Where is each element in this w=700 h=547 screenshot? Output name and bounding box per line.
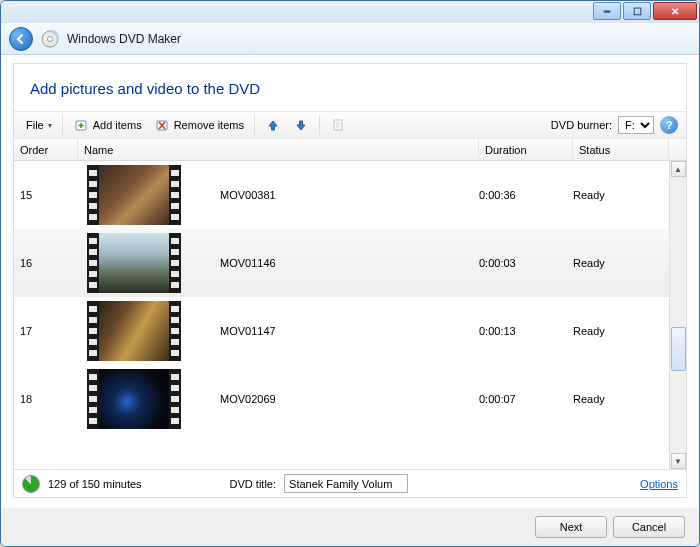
scrollbar-track[interactable]: [671, 177, 686, 453]
scroll-up-button[interactable]: ▲: [671, 161, 686, 177]
dvd-title-label: DVD title:: [230, 478, 276, 490]
arrow-down-icon: [293, 117, 309, 133]
arrow-left-icon: [15, 33, 27, 45]
col-order[interactable]: Order: [14, 139, 78, 160]
filmstrip-thumbnail: [87, 301, 181, 361]
help-icon: ?: [666, 119, 673, 131]
col-name[interactable]: Name: [78, 139, 479, 160]
page-title: Add pictures and video to the DVD: [30, 80, 670, 97]
arrow-up-icon: [265, 117, 281, 133]
list-row[interactable]: 16MOV011460:00:03Ready: [14, 229, 669, 297]
cell-order: 18: [14, 393, 78, 405]
list-row[interactable]: 15MOV003810:00:36Ready: [14, 161, 669, 229]
disc-usage-pie-icon: [22, 475, 40, 493]
scrollbar-thumb[interactable]: [671, 327, 686, 371]
add-items-button[interactable]: Add items: [69, 115, 146, 135]
maximize-button[interactable]: ☐: [623, 2, 651, 20]
button-bar: Next Cancel: [1, 508, 699, 546]
cell-order: 16: [14, 257, 78, 269]
dvd-icon: [41, 30, 59, 48]
dvd-title-input[interactable]: [284, 474, 408, 493]
cell-order: 15: [14, 189, 78, 201]
col-status[interactable]: Status: [573, 139, 669, 160]
status-bar: 129 of 150 minutes DVD title: Options: [14, 469, 686, 497]
item-list: 15MOV003810:00:36Ready16MOV011460:00:03R…: [14, 161, 686, 469]
move-up-button[interactable]: [261, 115, 285, 135]
cell-thumbnail: [78, 165, 190, 225]
page-icon: [330, 117, 346, 133]
burner-select[interactable]: F:: [618, 116, 654, 134]
separator: [62, 115, 63, 135]
separator: [319, 115, 320, 135]
cell-thumbnail: [78, 369, 190, 429]
list-row[interactable]: 18MOV020690:00:07Ready: [14, 365, 669, 433]
minutes-text: 129 of 150 minutes: [48, 478, 142, 490]
header-zone: Add pictures and video to the DVD: [14, 64, 686, 111]
scroll-down-button[interactable]: ▼: [671, 453, 686, 469]
cell-thumbnail: [78, 233, 190, 293]
cell-order: 17: [14, 325, 78, 337]
cancel-button[interactable]: Cancel: [613, 516, 685, 538]
nav-bar: Windows DVD Maker: [1, 23, 699, 55]
filmstrip-thumbnail: [87, 369, 181, 429]
cell-status: Ready: [573, 189, 669, 201]
vertical-scrollbar[interactable]: ▲ ▼: [669, 161, 686, 469]
add-label: Add items: [93, 119, 142, 131]
minimize-button[interactable]: ━: [593, 2, 621, 20]
column-headers: Order Name Duration Status: [14, 139, 686, 161]
window-frame: ━ ☐ ✕ Windows DVD Maker Add pictures and…: [0, 0, 700, 547]
remove-label: Remove items: [174, 119, 244, 131]
close-button[interactable]: ✕: [653, 2, 697, 20]
toolbar: File Add items Remove items DVD b: [14, 111, 686, 139]
cell-status: Ready: [573, 325, 669, 337]
filmstrip-thumbnail: [87, 165, 181, 225]
svg-point-1: [48, 36, 53, 41]
file-menu[interactable]: File: [22, 117, 56, 133]
add-icon: [73, 117, 89, 133]
cell-thumbnail: [78, 301, 190, 361]
options-link[interactable]: Options: [640, 478, 678, 490]
cell-duration: 0:00:03: [479, 257, 573, 269]
cell-status: Ready: [573, 393, 669, 405]
cell-duration: 0:00:07: [479, 393, 573, 405]
window-title: Windows DVD Maker: [67, 32, 181, 46]
titlebar: ━ ☐ ✕: [1, 1, 699, 23]
cell-duration: 0:00:36: [479, 189, 573, 201]
separator: [254, 115, 255, 135]
cell-name: MOV01147: [190, 325, 479, 337]
next-button[interactable]: Next: [535, 516, 607, 538]
file-label: File: [26, 119, 44, 131]
help-button[interactable]: ?: [660, 116, 678, 134]
cell-name: MOV01146: [190, 257, 479, 269]
cell-duration: 0:00:13: [479, 325, 573, 337]
cell-status: Ready: [573, 257, 669, 269]
col-duration[interactable]: Duration: [479, 139, 573, 160]
filmstrip-thumbnail: [87, 233, 181, 293]
cell-name: MOV00381: [190, 189, 479, 201]
move-down-button[interactable]: [289, 115, 313, 135]
remove-items-button[interactable]: Remove items: [150, 115, 248, 135]
properties-button[interactable]: [326, 115, 350, 135]
remove-icon: [154, 117, 170, 133]
cell-name: MOV02069: [190, 393, 479, 405]
col-scroll-spacer: [669, 139, 686, 160]
content-panel: Add pictures and video to the DVD File A…: [13, 63, 687, 498]
burner-label: DVD burner:: [551, 119, 612, 131]
back-button[interactable]: [9, 27, 33, 51]
list-row[interactable]: 17MOV011470:00:13Ready: [14, 297, 669, 365]
